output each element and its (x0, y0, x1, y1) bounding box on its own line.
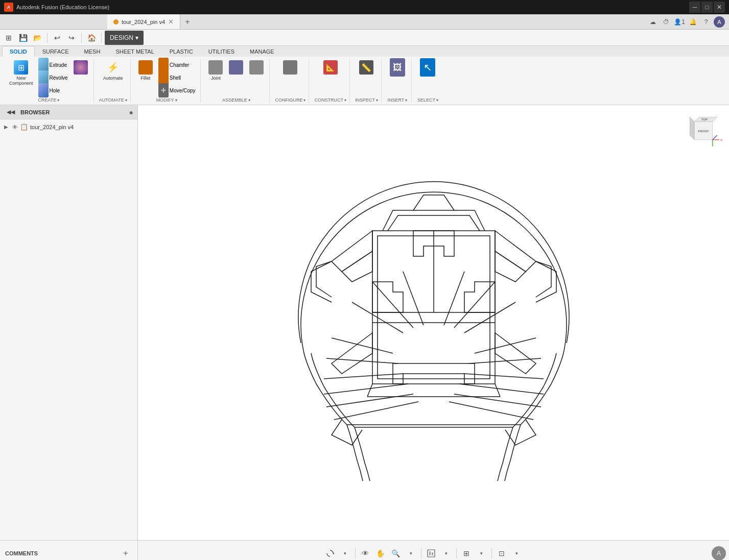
extrude-button[interactable]: Extrude (36, 59, 70, 71)
grid-dropdown-icon[interactable]: ▾ (475, 547, 488, 560)
display-dropdown-icon[interactable]: ▾ (440, 547, 453, 560)
table-button[interactable] (247, 59, 266, 77)
design-dropdown-button[interactable]: DESIGN ▾ (105, 31, 144, 45)
save-button[interactable]: 💾 (16, 31, 30, 44)
select-group-label[interactable]: SELECT▾ (417, 98, 438, 103)
redo-button[interactable]: ↪ (65, 31, 78, 44)
select-button[interactable]: ↖ (418, 59, 437, 77)
shell-label: Shell (170, 75, 181, 81)
look-around-tool[interactable]: 👁 (359, 547, 372, 560)
ribbon: SOLID SURFACE MESH SHEET METAL PLASTIC U… (0, 46, 729, 105)
tab-manage[interactable]: MANAGE (242, 46, 282, 57)
joint-button[interactable]: Joint (206, 59, 225, 82)
view-cube[interactable]: TOP FRONT X (683, 110, 724, 151)
create-group-label[interactable]: CREATE▾ (38, 98, 59, 103)
open-button[interactable]: 📂 (31, 31, 44, 44)
inspect-group-label[interactable]: INSPECT▾ (355, 98, 378, 103)
fillet-icon (138, 60, 153, 75)
grid-menu-button[interactable]: ⊞ (2, 31, 15, 44)
design-arrow-icon: ▾ (135, 34, 138, 41)
zoom-dropdown-icon[interactable]: ▾ (405, 547, 418, 560)
app-logo: A (4, 3, 13, 12)
timer-icon[interactable]: ⏱ (661, 16, 672, 28)
tab-surface[interactable]: SURFACE (35, 46, 77, 57)
automate-items: ⚡ Automate (101, 59, 125, 96)
insert-group-label[interactable]: INSERT▾ (388, 98, 408, 103)
svg-line-33 (367, 384, 372, 397)
insert-group: 🖼 INSERT▾ (384, 59, 412, 103)
orbit-dropdown-icon[interactable]: ▾ (339, 547, 352, 560)
tab-sheet-metal[interactable]: SHEET METAL (108, 46, 161, 57)
tree-item-root[interactable]: ▶ 👁 📋 tour_2024_pin v4 (2, 121, 135, 132)
measure-icon: 📏 (359, 60, 374, 75)
tab-add-button[interactable]: + (180, 14, 195, 29)
viewport[interactable]: TOP FRONT X (138, 105, 729, 540)
configure-button[interactable] (280, 59, 300, 77)
svg-marker-25 (342, 251, 372, 282)
ribbon-tabs: SOLID SURFACE MESH SHEET METAL PLASTIC U… (0, 46, 729, 57)
home-button[interactable]: 🏠 (85, 31, 98, 44)
new-component-box: ⊞ (14, 60, 28, 75)
insert-button[interactable]: 🖼 (388, 59, 407, 77)
visibility-icon[interactable]: 👁 (12, 124, 18, 130)
bottom-sep-2 (421, 548, 421, 558)
new-component-button[interactable]: ⊞ NewComponent (7, 59, 35, 87)
pattern-button[interactable] (226, 59, 246, 77)
measure-button[interactable]: 📏 (357, 59, 376, 77)
modify-arrow-icon: ▾ (175, 98, 177, 103)
tab-mesh[interactable]: MESH (77, 46, 108, 57)
tab-close-icon[interactable]: ✕ (168, 18, 174, 26)
comments-add-button[interactable]: + (119, 547, 132, 560)
undo-button[interactable]: ↩ (51, 31, 64, 44)
create-group-items: ⊞ NewComponent Extrude Revolve (7, 59, 90, 96)
zoom-tool[interactable]: 🔍 (389, 547, 403, 560)
view-options-dropdown-icon[interactable]: ▾ (510, 547, 524, 560)
help-icon[interactable]: ? (700, 16, 712, 28)
user-avatar-tab[interactable]: A (714, 16, 725, 28)
construct-items: 📐 (321, 59, 340, 96)
title-bar-controls[interactable]: ─ □ ✕ (689, 2, 725, 13)
minimize-button[interactable]: ─ (689, 2, 700, 13)
view-options-button[interactable]: ⊡ (495, 547, 508, 560)
insert-items: 🖼 (388, 59, 407, 96)
modify-group-label[interactable]: MODIFY▾ (156, 98, 177, 103)
bottom-sep-1 (355, 548, 356, 558)
pan-tool[interactable]: ✋ (374, 547, 387, 560)
select-arrow-icon: ▾ (436, 98, 438, 103)
notifications-icon[interactable]: 🔔 (687, 16, 698, 28)
revolve-button[interactable]: Revolve (36, 71, 70, 84)
display-settings-button[interactable] (425, 547, 438, 560)
chamfer-button[interactable]: Chamfer (156, 59, 198, 71)
grid-settings-button[interactable]: ⊞ (460, 547, 473, 560)
fillet-button[interactable]: Fillet (136, 59, 155, 82)
shell-button[interactable]: Shell (156, 71, 198, 84)
tab-plastic[interactable]: PLASTIC (162, 46, 201, 57)
maximize-button[interactable]: □ (701, 2, 713, 13)
move-button[interactable]: ✛ Move/Copy (156, 84, 198, 96)
sidebar: ◀◀ BROWSER ● ▶ 👁 📋 tour_2024_pin v4 (0, 105, 138, 540)
tab-solid[interactable]: SOLID (2, 46, 35, 57)
hole-button[interactable]: Hole (36, 84, 70, 96)
new-component-icon: ⊞ (13, 60, 29, 75)
comments-section: COMMENTS + (0, 541, 138, 560)
create-small-buttons: Extrude Revolve Hole (36, 59, 70, 96)
cloud-sync-icon[interactable]: ☁ (647, 16, 659, 28)
gem-button[interactable] (71, 59, 90, 77)
configure-group-label[interactable]: CONFIGURE▾ (275, 98, 305, 103)
close-button[interactable]: ✕ (714, 2, 725, 13)
automate-group-label[interactable]: AUTOMATE▾ (99, 98, 127, 103)
active-tab[interactable]: tour_2024_pin v4 ✕ (107, 14, 180, 29)
browser-header-close[interactable]: ● (129, 108, 133, 116)
browser-nav-back[interactable]: ◀◀ (4, 106, 17, 119)
assemble-group-label[interactable]: ASSEMBLE▾ (222, 98, 250, 103)
user-count-icon[interactable]: 👤1 (674, 16, 685, 28)
user-avatar-bottom[interactable]: A (712, 546, 726, 561)
automate-button[interactable]: ⚡ Automate (101, 59, 125, 82)
orbit-tool-button[interactable] (323, 547, 337, 560)
construct-button[interactable]: 📐 (321, 59, 340, 77)
svg-text:TOP: TOP (701, 117, 708, 121)
construct-group-label[interactable]: CONSTRUCT▾ (314, 98, 346, 103)
tab-utilities[interactable]: UTILITIES (201, 46, 242, 57)
svg-text:FRONT: FRONT (698, 129, 709, 133)
inspect-group: 📏 INSPECT▾ (352, 59, 382, 103)
